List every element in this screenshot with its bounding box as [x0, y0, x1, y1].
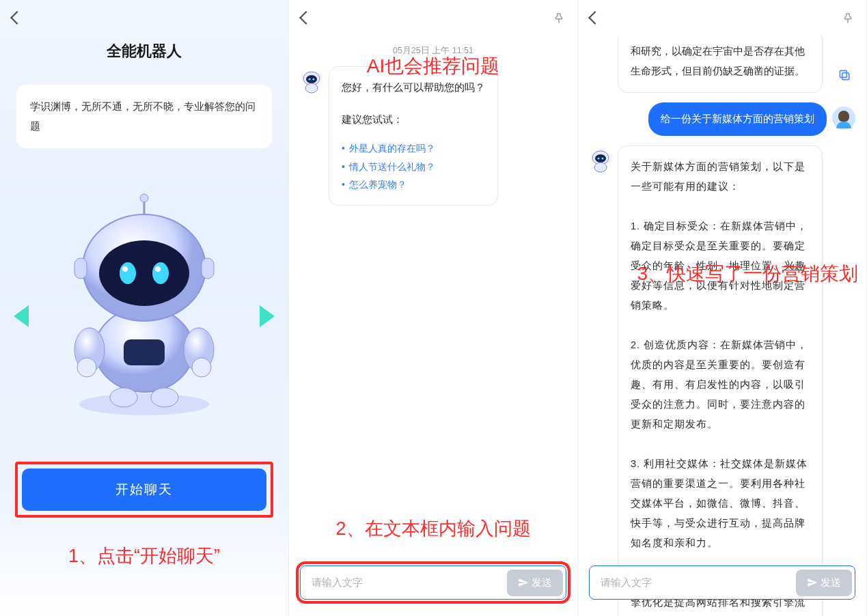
suggestion-item[interactable]: 外星人真的存在吗？	[342, 139, 485, 158]
ai-message-row: 和研究，以确定在宇宙中是否存在其他生命形式，但目前仍缺乏确凿的证据。	[589, 36, 855, 93]
svg-point-24	[305, 83, 318, 93]
svg-rect-15	[74, 258, 87, 279]
annotation-step-1: 1、点击“开始聊天”	[0, 544, 288, 568]
send-icon	[807, 577, 818, 588]
intro-description: 学识渊博，无所不通，无所不晓，专业解答您的问题	[16, 85, 272, 148]
chat-body: 和研究，以确定在宇宙中是否存在其他生命形式，但目前仍缺乏确凿的证据。 给一份关于…	[578, 36, 866, 616]
panel-greeting: 05月25日 上午 11:51 AI也会推荐问题 您好，有什么可以帮助您的吗？ …	[289, 0, 578, 616]
message-input-container: 请输入文字 发送	[300, 565, 566, 600]
annotation-ai-suggests: AI也会推荐问题	[367, 53, 499, 79]
svg-point-13	[122, 266, 128, 272]
topbar	[578, 0, 866, 36]
ai-answer-bubble: 关于新媒体方面的营销策划，以下是一些可能有用的建议： 1. 确定目标受众：在新媒…	[618, 145, 823, 616]
carousel-prev-icon[interactable]	[14, 305, 29, 327]
ai-message-row: 关于新媒体方面的营销策划，以下是一些可能有用的建议： 1. 确定目标受众：在新媒…	[589, 145, 855, 616]
svg-point-32	[594, 163, 607, 172]
greeting-text: 您好，有什么可以帮助您的吗？	[342, 78, 485, 98]
svg-point-31	[601, 157, 603, 159]
svg-point-14	[155, 266, 161, 272]
panel-intro: 全能机器人 学识渊博，无所不通，无所不晓，专业解答您的问题	[0, 0, 289, 616]
suggestion-header: 建议您试试：	[342, 110, 485, 130]
send-label: 发送	[532, 576, 552, 589]
send-label: 发送	[821, 576, 841, 589]
suggestion-list: 外星人真的存在吗？ 情人节送什么礼物？ 怎么养宠物？	[342, 139, 485, 194]
svg-point-8	[151, 388, 178, 407]
svg-point-7	[110, 388, 137, 407]
copy-icon[interactable]	[838, 68, 851, 82]
svg-rect-26	[842, 73, 849, 80]
topbar	[289, 0, 577, 36]
suggestion-item[interactable]: 怎么养宠物？	[342, 176, 485, 194]
svg-rect-27	[840, 70, 847, 77]
ai-message-row: 您好，有什么可以帮助您的吗？ 建议您试试： 外星人真的存在吗？ 情人节送什么礼物…	[300, 66, 566, 206]
back-icon[interactable]	[299, 11, 313, 25]
suggestion-item[interactable]: 情人节送什么礼物？	[342, 158, 485, 176]
send-button[interactable]: 发送	[507, 570, 563, 596]
message-input[interactable]: 请输入文字	[601, 576, 796, 589]
svg-point-6	[192, 358, 211, 377]
message-input-container: 请输入文字 发送	[589, 565, 855, 600]
svg-point-18	[140, 194, 148, 202]
back-icon[interactable]	[10, 11, 24, 25]
start-button-highlight: 开始聊天	[15, 462, 273, 518]
svg-point-0	[79, 393, 209, 415]
robot-carousel	[0, 148, 288, 462]
svg-point-23	[312, 78, 314, 80]
ai-partial-bubble: 和研究，以确定在宇宙中是否存在其他生命形式，但目前仍缺乏确凿的证据。	[618, 36, 823, 93]
svg-point-10	[99, 240, 189, 306]
ai-greeting-bubble: 您好，有什么可以帮助您的吗？ 建议您试试： 外星人真的存在吗？ 情人节送什么礼物…	[329, 66, 498, 206]
robot-illustration	[42, 193, 247, 418]
svg-point-30	[597, 157, 599, 159]
user-message-row: 给一份关于新媒体方面的营销策划	[589, 102, 855, 136]
pin-icon[interactable]	[842, 12, 854, 25]
annotation-step-2: 2、在文本框内输入问题	[289, 516, 577, 541]
svg-rect-2	[124, 339, 165, 365]
topbar	[0, 0, 288, 36]
start-chat-button[interactable]: 开始聊天	[22, 468, 266, 511]
carousel-next-icon[interactable]	[260, 305, 275, 327]
send-icon	[518, 577, 529, 588]
pin-icon[interactable]	[553, 12, 565, 25]
user-message-bubble: 给一份关于新媒体方面的营销策划	[648, 102, 827, 136]
svg-point-5	[77, 358, 96, 377]
panel-answer: 3、快速写了一份营销策划 和研究，以确定在宇宙中是否存在其他生命形式，但目前仍缺…	[578, 0, 867, 616]
user-avatar-icon	[832, 107, 855, 130]
svg-point-21	[306, 75, 317, 83]
bot-avatar-icon	[300, 70, 323, 94]
message-input[interactable]: 请输入文字	[312, 576, 507, 589]
annotation-step-3: 3、快速写了一份营销策划	[637, 261, 858, 287]
bot-avatar-icon	[589, 150, 612, 173]
svg-point-12	[152, 262, 169, 284]
svg-point-22	[308, 78, 310, 80]
page-title: 全能机器人	[0, 41, 288, 61]
send-button[interactable]: 发送	[796, 570, 852, 596]
svg-point-11	[120, 262, 136, 284]
svg-point-29	[595, 154, 606, 163]
svg-rect-16	[202, 258, 214, 279]
back-icon[interactable]	[588, 11, 602, 25]
